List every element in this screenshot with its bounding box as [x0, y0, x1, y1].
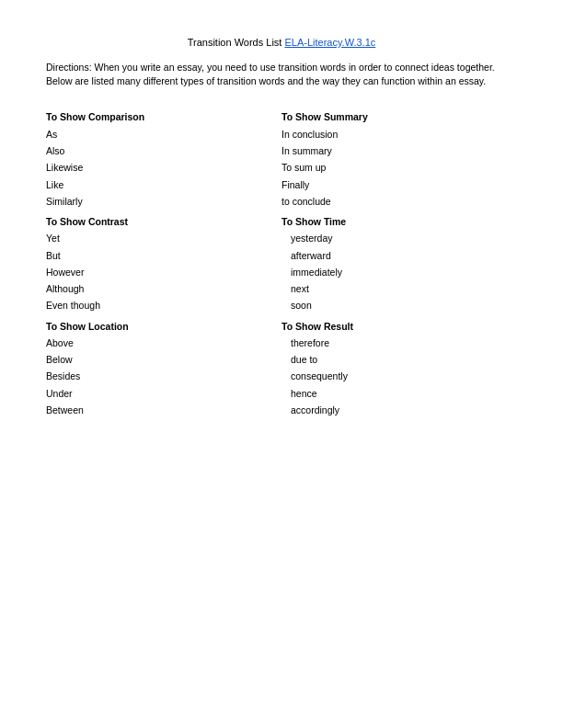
section-header: To Show Time [282, 213, 517, 230]
section-header: To Show Contrast [46, 213, 282, 230]
columns-wrapper: To Show ComparisonAsAlsoLikewiseLikeSimi… [46, 105, 517, 418]
list-item: Likewise [46, 159, 282, 176]
list-item: Between [46, 402, 282, 418]
list-item: Finally [282, 176, 517, 193]
title-prefix: Transition Words List [188, 37, 285, 48]
section-header: To Show Summary [282, 108, 517, 125]
list-item: soon [282, 297, 517, 313]
list-item: Although [46, 280, 282, 297]
list-item: next [282, 280, 517, 297]
list-item: Under [46, 385, 282, 402]
list-item: Above [46, 335, 282, 351]
list-item: due to [282, 351, 517, 368]
list-item: As [46, 126, 282, 142]
list-item: Like [46, 176, 282, 193]
list-item: consequently [282, 368, 517, 384]
list-item: immediately [282, 264, 517, 280]
list-item: Below [46, 351, 282, 368]
list-item: Besides [46, 368, 282, 384]
list-item: To sum up [282, 159, 517, 176]
list-item: However [46, 264, 282, 280]
list-item: In summary [282, 142, 517, 159]
list-item: Yet [46, 230, 282, 246]
list-item: In conclusion [282, 126, 517, 142]
list-item: hence [282, 385, 517, 402]
directions: Directions: When you write an essay, you… [46, 61, 517, 88]
section-header: To Show Location [46, 318, 282, 335]
list-item: Also [46, 142, 282, 159]
list-item: to conclude [282, 193, 517, 210]
left-column: To Show ComparisonAsAlsoLikewiseLikeSimi… [46, 105, 282, 418]
right-column: To Show SummaryIn conclusionIn summaryTo… [282, 105, 517, 418]
list-item: Even though [46, 297, 282, 313]
section-header: To Show Result [282, 318, 517, 335]
list-item: yesterday [282, 230, 517, 246]
list-item: therefore [282, 335, 517, 351]
title-link[interactable]: ELA-Literacy.W.3.1c [284, 37, 375, 48]
list-item: accordingly [282, 402, 517, 418]
section-header: To Show Comparison [46, 108, 282, 125]
list-item: But [46, 247, 282, 264]
list-item: Similarly [46, 193, 282, 210]
list-item: afterward [282, 247, 517, 264]
page-title: Transition Words List ELA-Literacy.W.3.1… [46, 37, 517, 48]
